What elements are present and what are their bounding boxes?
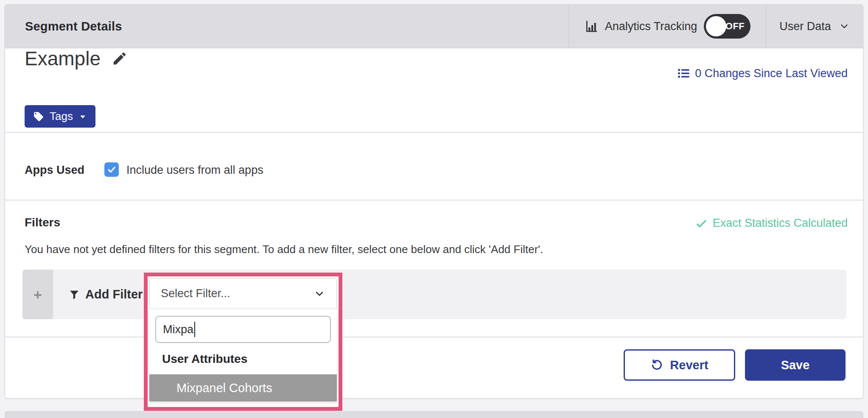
add-filter-label-group: Add Filter [68,270,143,319]
filter-dropdown-panel: Mixpa User Attributes Mixpanel Cohorts [149,309,337,401]
include-all-apps-label: Include users from all apps [126,164,263,177]
save-button[interactable]: Save [745,349,846,381]
filter-select[interactable]: Select Filter... [149,278,337,309]
changes-link-label: 0 Changes Since Last Viewed [695,67,848,80]
changes-since-last-viewed-link[interactable]: 0 Changes Since Last Viewed [677,67,848,80]
add-filter-plus-button[interactable]: + [22,270,53,319]
chevron-down-icon [839,21,850,32]
next-panel-header-peek [5,411,863,418]
plus-icon: + [34,287,42,302]
chevron-down-icon [314,288,325,300]
revert-button[interactable]: Revert [624,349,735,381]
edit-pencil-icon[interactable] [112,50,128,67]
filters-heading: Filters [25,216,60,229]
filters-description: You have not yet defined filters for thi… [25,243,543,256]
page-title: Segment Details [25,20,122,33]
tags-button-label: Tags [50,110,73,123]
dropdown-option-mixpanel-cohorts[interactable]: Mixpanel Cohorts [149,374,337,401]
segment-details-card: Segment Details Analytics Tracking OFF U… [5,4,863,398]
text-cursor [194,322,195,337]
section-divider [5,200,863,201]
apps-used-label: Apps Used [25,164,84,177]
funnel-icon [68,289,80,301]
filter-select-value: Select Filter... [161,287,230,300]
card-header: Segment Details Analytics Tracking OFF U… [5,5,863,48]
include-all-apps-checkbox[interactable] [104,162,119,177]
dropdown-group-header: User Attributes [162,352,337,366]
add-filter-label: Add Filter [85,287,143,301]
exact-statistics-label: Exact Statistics Calculated [713,217,848,230]
annotation-highlight-box: Select Filter... Mixpa User Attributes M… [144,273,342,411]
toggle-knob [706,16,726,36]
bar-chart-icon [585,20,598,33]
user-data-label: User Data [779,20,831,33]
segment-name: Example [25,47,101,70]
checkmark-icon [106,164,117,175]
revert-button-label: Revert [670,358,708,372]
revert-undo-icon [650,359,663,371]
filter-search-value: Mixpa [163,323,193,336]
list-icon [677,67,691,80]
user-data-dropdown[interactable]: User Data [766,5,863,48]
section-divider [5,132,863,133]
toggle-state-label: OFF [725,21,745,32]
section-divider [5,337,863,337]
check-icon [695,217,708,230]
analytics-tracking-block: Analytics Tracking OFF [569,5,766,48]
segment-title-row: Example [25,47,128,70]
analytics-tracking-label: Analytics Tracking [605,20,697,33]
tags-button[interactable]: Tags [25,105,95,128]
analytics-tracking-toggle[interactable]: OFF [704,14,750,39]
caret-down-icon [78,112,87,121]
filter-search-input[interactable]: Mixpa [155,316,331,343]
tag-icon [33,111,44,122]
exact-statistics-status: Exact Statistics Calculated [695,217,848,230]
save-button-label: Save [781,358,810,372]
